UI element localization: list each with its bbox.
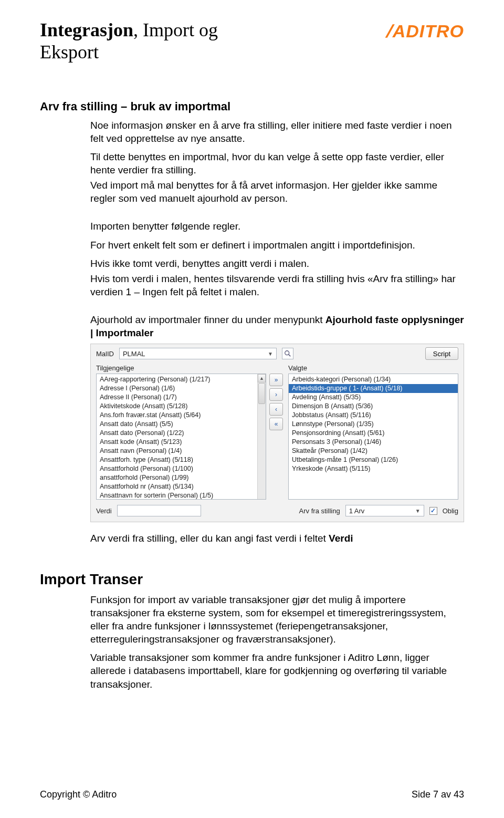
chevron-down-icon: ▼ <box>415 508 421 514</box>
move-right-all-button[interactable]: » <box>269 374 283 386</box>
title-bold: Integrasjon <box>40 19 133 40</box>
scroll-thumb[interactable] <box>258 383 265 404</box>
malid-combo[interactable]: PLMAL ▼ <box>119 348 277 359</box>
available-label: Tilgjengelige <box>96 364 266 372</box>
heading-import-transer: Import Transer <box>40 571 464 588</box>
chevron-down-icon: ▼ <box>268 351 273 357</box>
paragraph: Hvis ikke tomt verdi, benyttes angitt ve… <box>90 257 464 270</box>
list-item[interactable]: Avdeling (Ansatt) (5/35) <box>289 393 458 402</box>
transfer-buttons: » › ‹ « <box>269 364 285 500</box>
list-item[interactable]: Ansattnavn for sorterin (Personal) (1/5) <box>97 491 266 500</box>
list-item[interactable]: Skatteår (Personal) (1/42) <box>289 447 458 455</box>
available-listbox[interactable]: AAreg-rapportering (Personal) (1/217)Adr… <box>96 374 266 500</box>
list-item[interactable]: Ansatt navn (Personal) (1/4) <box>97 447 266 455</box>
oblig-label: Oblig <box>443 507 458 515</box>
logo: /ADITRO <box>387 21 464 42</box>
list-item[interactable]: Ansattforhold nr (Ansatt) (5/134) <box>97 482 266 491</box>
paragraph: Arv verdi fra stilling, eller du kan ang… <box>90 532 464 545</box>
list-item[interactable]: Pensjonsordning (Ansatt) (5/61) <box>289 429 458 438</box>
list-item[interactable]: Adresse II (Personal) (1/7) <box>97 393 266 402</box>
malid-value: PLMAL <box>123 350 145 358</box>
list-item[interactable]: Dimensjon B (Ansatt) (5/36) <box>289 402 458 411</box>
list-item[interactable]: Ansatt dato (Ansatt) (5/5) <box>97 420 266 429</box>
page-title: Integrasjon, Import og Eksport <box>40 19 218 63</box>
script-button[interactable]: Script <box>425 347 458 360</box>
title-rest: , Import og <box>133 19 218 40</box>
paragraph: Ved import må mal benyttes for å få arve… <box>90 179 464 205</box>
list-item[interactable]: Ansattforh. type (Ansatt) (5/118) <box>97 455 266 464</box>
list-item[interactable]: Utbetalings-måte 1 (Personal) (1/26) <box>289 455 458 464</box>
list-item[interactable]: Ansatt kode (Ansatt) (5/123) <box>97 438 266 447</box>
list-item[interactable]: Aktivitetskode (Ansatt) (5/128) <box>97 402 266 411</box>
svg-point-0 <box>285 351 289 355</box>
arv-value: 1 Arv <box>349 507 365 515</box>
move-left-button[interactable]: ‹ <box>269 403 283 416</box>
arv-combo[interactable]: 1 Arv ▼ <box>345 505 424 516</box>
copyright: Copyright © Aditro <box>40 789 117 800</box>
page-footer: Copyright © Aditro Side 7 av 43 <box>40 789 464 800</box>
scroll-up-icon[interactable]: ▲ <box>258 374 266 382</box>
verdi-label: Verdi <box>96 507 112 515</box>
list-item[interactable]: Arbeidstids-gruppe ( 1- (Ansatt) (5/18) <box>289 384 458 393</box>
selected-label: Valgte <box>288 364 458 372</box>
list-item[interactable]: Personsats 3 (Personal) (1/46) <box>289 438 458 447</box>
verdi-input[interactable] <box>117 505 201 516</box>
heading-arv-fra-stilling: Arv fra stilling – bruk av importmal <box>40 100 464 113</box>
malid-label: MalID <box>96 350 114 358</box>
paragraph: Importen benytter følgende regler. <box>90 220 464 233</box>
paragraph: Variable transaksjoner som kommer fra an… <box>90 651 464 690</box>
svg-line-1 <box>289 355 291 357</box>
list-item[interactable]: Jobbstatus (Ansatt) (5/116) <box>289 411 458 420</box>
logo-text: ADITRO <box>393 21 464 41</box>
paragraph: Funksjon for import av variable transaks… <box>90 593 464 646</box>
arv-label: Arv fra stilling <box>299 507 340 515</box>
list-item[interactable]: Yrkeskode (Ansatt) (5/115) <box>289 464 458 473</box>
list-item[interactable]: Lønnstype (Personal) (1/35) <box>289 420 458 429</box>
paragraph: Til dette benyttes en importmal, hvor du… <box>90 150 464 177</box>
list-item[interactable]: ansattforhold (Personal) (1/99) <box>97 473 266 482</box>
list-item[interactable]: Arbeids-kategori (Personal) (1/34) <box>289 375 458 384</box>
paragraph: Noe informasjon ønsker en å arve fra sti… <box>90 119 464 145</box>
list-item[interactable]: Ans.forh fravær.stat (Ansatt) (5/64) <box>97 411 266 420</box>
title-line2: Eksport <box>40 41 218 63</box>
selected-listbox[interactable]: Arbeids-kategori (Personal) (1/34)Arbeid… <box>288 374 458 500</box>
move-left-all-button[interactable]: « <box>269 418 283 430</box>
paragraph: Ajourhold av importmaler finner du under… <box>90 313 464 339</box>
paragraph: For hvert enkelt felt som er definert i … <box>90 239 464 252</box>
oblig-checkbox[interactable]: ✓ <box>429 507 437 515</box>
list-item[interactable]: AAreg-rapportering (Personal) (1/217) <box>97 375 266 384</box>
list-item[interactable]: Ansattforhold (Personal) (1/100) <box>97 464 266 473</box>
search-icon[interactable] <box>282 348 293 359</box>
move-right-button[interactable]: › <box>269 388 283 401</box>
scrollbar[interactable]: ▲ <box>257 374 266 499</box>
importmaler-panel: MalID PLMAL ▼ Script Tilgjengelige AAreg… <box>90 344 464 522</box>
page-number: Side 7 av 43 <box>412 789 464 800</box>
list-item[interactable]: Ansatt dato (Personal) (1/22) <box>97 429 266 438</box>
paragraph: Hvis tom verdi i malen, hentes tilsvaren… <box>90 272 464 298</box>
list-item[interactable]: Adresse I (Personal) (1/6) <box>97 384 266 393</box>
